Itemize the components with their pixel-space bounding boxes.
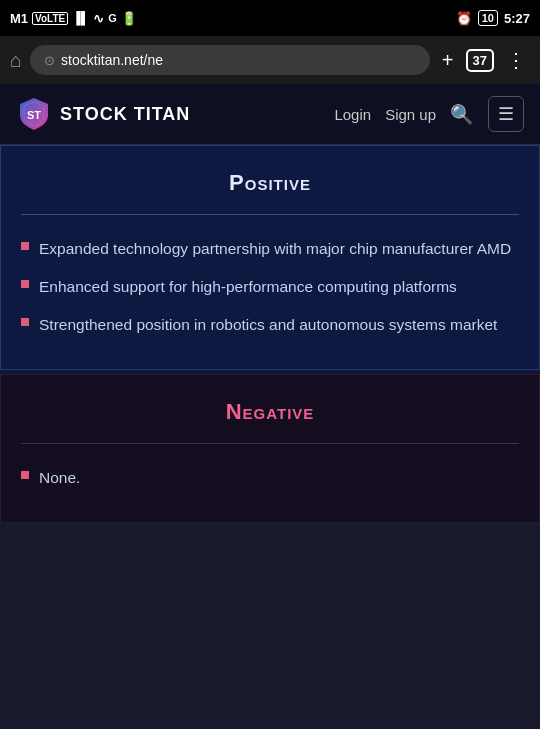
positive-bullet-list: Expanded technology partnership with maj… [21, 237, 519, 337]
network-g-icon: G [108, 12, 117, 24]
battery-percent: 10 [478, 10, 498, 26]
status-right: ⏰ 10 5:27 [456, 10, 530, 26]
positive-divider [21, 214, 519, 215]
battery-icon: 🔋 [121, 11, 137, 26]
negative-bullet-list: None. [21, 466, 519, 490]
logo-area: ST STOCK TITAN [16, 96, 190, 132]
hamburger-icon: ☰ [498, 103, 514, 125]
logo-text: STOCK TITAN [60, 104, 190, 125]
bullet-icon [21, 318, 29, 326]
bullet-icon [21, 280, 29, 288]
signup-link[interactable]: Sign up [385, 106, 436, 123]
positive-item-2: Enhanced support for high-performance co… [39, 275, 457, 299]
svg-text:ST: ST [27, 109, 41, 121]
nav-links: Login Sign up 🔍 ☰ [334, 96, 524, 132]
browser-menu-icon: ⋮ [506, 49, 526, 71]
tab-count-button[interactable]: 37 [466, 49, 494, 72]
url-bar[interactable]: ⊙ stocktitan.net/ne [30, 45, 430, 75]
security-icon: ⊙ [44, 53, 55, 68]
url-text: stocktitan.net/ne [61, 52, 163, 68]
negative-item-1: None. [39, 466, 80, 490]
list-item: Strengthened position in robotics and au… [21, 313, 519, 337]
hamburger-menu-button[interactable]: ☰ [488, 96, 524, 132]
alarm-icon: ⏰ [456, 11, 472, 26]
positive-item-1: Expanded technology partnership with maj… [39, 237, 511, 261]
main-content: Positive Expanded technology partnership… [0, 145, 540, 523]
list-item: Enhanced support for high-performance co… [21, 275, 519, 299]
carrier-label: M1 [10, 11, 28, 26]
negative-section-title: Negative [21, 399, 519, 425]
positive-item-3: Strengthened position in robotics and au… [39, 313, 497, 337]
wifi-icon: ∿ [93, 11, 104, 26]
list-item: Expanded technology partnership with maj… [21, 237, 519, 261]
tab-count-label: 37 [473, 53, 487, 68]
time-display: 5:27 [504, 11, 530, 26]
positive-section-title: Positive [21, 170, 519, 196]
list-item: None. [21, 466, 519, 490]
positive-section: Positive Expanded technology partnership… [0, 145, 540, 370]
bullet-icon [21, 242, 29, 250]
logo-shield-icon: ST [16, 96, 52, 132]
status-left: M1 VoLTE ▐▌ ∿ G 🔋 [10, 11, 137, 26]
browser-menu-button[interactable]: ⋮ [502, 44, 530, 76]
status-bar: M1 VoLTE ▐▌ ∿ G 🔋 ⏰ 10 5:27 [0, 0, 540, 36]
negative-divider [21, 443, 519, 444]
browser-chrome: ⌂ ⊙ stocktitan.net/ne + 37 ⋮ [0, 36, 540, 84]
search-icon[interactable]: 🔍 [450, 103, 474, 126]
site-header: ST STOCK TITAN Login Sign up 🔍 ☰ [0, 84, 540, 145]
home-button[interactable]: ⌂ [10, 49, 22, 72]
add-tab-button[interactable]: + [438, 45, 458, 76]
add-tab-icon: + [442, 49, 454, 71]
bullet-icon [21, 471, 29, 479]
volte-label: VoLTE [32, 12, 68, 25]
negative-section: Negative None. [0, 374, 540, 523]
home-icon: ⌂ [10, 49, 22, 71]
login-link[interactable]: Login [334, 106, 371, 123]
signal-icon: ▐▌ [72, 11, 89, 25]
